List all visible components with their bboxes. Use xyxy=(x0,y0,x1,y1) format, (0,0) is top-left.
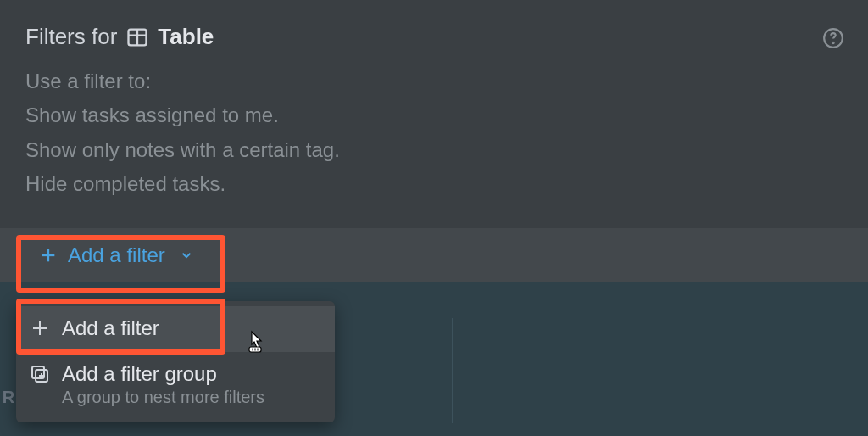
dropdown-item-text: Add a filter xyxy=(62,316,159,340)
panel-title-prefix: Filters for xyxy=(25,24,117,50)
add-filter-dropdown: Add a filter Add a filter group A group … xyxy=(16,301,335,422)
dropdown-add-filter[interactable]: Add a filter xyxy=(16,306,335,352)
group-plus-icon xyxy=(30,364,50,388)
filter-hints: Use a filter to: Show tasks assigned to … xyxy=(0,65,868,228)
dropdown-item-label: Add a filter xyxy=(62,316,159,340)
hint-line: Hide completed tasks. xyxy=(25,168,843,200)
panel-title-view: Table xyxy=(158,24,214,50)
table-icon xyxy=(125,25,149,49)
add-filter-label: Add a filter xyxy=(68,243,165,267)
hint-intro: Use a filter to: xyxy=(25,65,843,98)
dropdown-item-label: Add a filter group xyxy=(62,362,264,386)
dropdown-item-text: Add a filter group A group to nest more … xyxy=(62,362,264,407)
chevron-down-icon xyxy=(179,248,194,263)
svg-point-4 xyxy=(832,42,833,43)
hint-line: Show tasks assigned to me. xyxy=(25,99,843,131)
dropdown-item-subtext: A group to nest more filters xyxy=(62,388,264,407)
hint-line: Show only notes with a certain tag. xyxy=(25,134,843,166)
plus-icon xyxy=(30,318,50,342)
table-cell-divider xyxy=(452,318,453,423)
plus-icon xyxy=(39,246,58,265)
filter-panel: Filters for Table Use a filter to: Show … xyxy=(0,0,868,282)
add-filter-button[interactable]: Add a filter xyxy=(24,237,209,274)
dropdown-add-filter-group[interactable]: Add a filter group A group to nest more … xyxy=(16,352,335,417)
help-icon[interactable] xyxy=(822,27,844,53)
panel-header: Filters for Table xyxy=(0,0,868,65)
add-filter-bar: Add a filter xyxy=(0,228,868,282)
left-edge-label: R xyxy=(0,371,17,423)
